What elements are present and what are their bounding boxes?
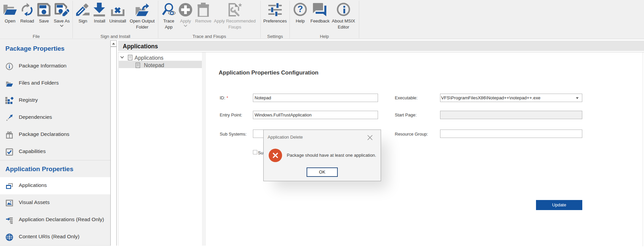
svg-text:?: ? [298, 4, 303, 14]
